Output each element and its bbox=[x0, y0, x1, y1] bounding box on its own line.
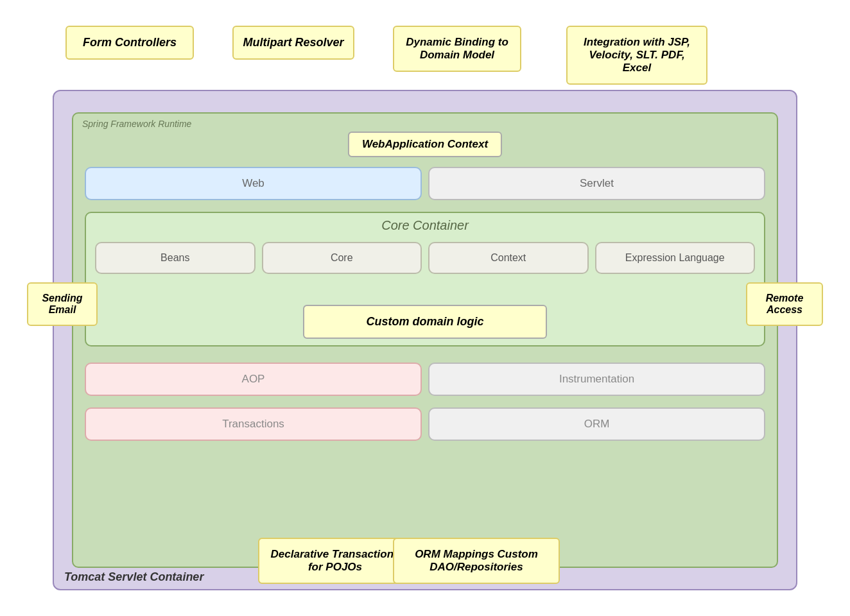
instrumentation-box: Instrumentation bbox=[428, 363, 765, 396]
form-controllers-label: Form Controllers bbox=[83, 36, 177, 49]
tomcat-label: Tomcat Servlet Container bbox=[64, 570, 204, 584]
integration-label: Integration with JSP, Velocity, SLT. PDF… bbox=[584, 36, 690, 74]
remote-access-label: Remote Access bbox=[766, 293, 804, 315]
servlet-box: Servlet bbox=[428, 167, 765, 200]
sending-email-label: Sending Email bbox=[42, 293, 82, 315]
note-remote-access: Remote Access bbox=[746, 282, 823, 326]
note-orm-mappings: ORM Mappings Custom DAO/Repositories bbox=[393, 538, 560, 584]
note-integration: Integration with JSP, Velocity, SLT. PDF… bbox=[566, 26, 707, 85]
aop-box: AOP bbox=[85, 363, 422, 396]
note-dynamic-binding: Dynamic Binding to Domain Model bbox=[393, 26, 521, 72]
note-form-controllers: Form Controllers bbox=[65, 26, 194, 60]
note-multipart-resolver: Multipart Resolver bbox=[232, 26, 354, 60]
web-servlet-row: Web Servlet bbox=[85, 167, 765, 200]
custom-domain-box: Custom domain logic bbox=[303, 305, 547, 339]
note-declarative-tx: Declarative Transactions for POJOs bbox=[258, 538, 412, 584]
orm-box: ORM bbox=[428, 407, 765, 441]
multipart-resolver-label: Multipart Resolver bbox=[243, 36, 343, 49]
aop-instr-row: AOP Instrumentation bbox=[85, 363, 765, 396]
spring-label: Spring Framework Runtime bbox=[82, 119, 191, 129]
diagram-wrapper: Form Controllers Multipart Resolver Dyna… bbox=[14, 13, 836, 603]
beans-box: Beans bbox=[95, 242, 256, 274]
expression-language-box: Expression Language bbox=[595, 242, 756, 274]
context-box: Context bbox=[428, 242, 589, 274]
webapp-context: WebApplication Context bbox=[348, 132, 502, 157]
web-box: Web bbox=[85, 167, 422, 200]
note-sending-email: Sending Email bbox=[27, 282, 98, 326]
core-container-label: Core Container bbox=[86, 218, 764, 233]
core-items-row: Beans Core Context Expression Language bbox=[86, 235, 764, 280]
dynamic-binding-label: Dynamic Binding to Domain Model bbox=[406, 36, 508, 61]
declarative-tx-label: Declarative Transactions for POJOs bbox=[271, 548, 400, 573]
tx-orm-row: Transactions ORM bbox=[85, 407, 765, 441]
core-box: Core bbox=[262, 242, 422, 274]
transactions-box: Transactions bbox=[85, 407, 422, 441]
orm-mappings-label: ORM Mappings Custom DAO/Repositories bbox=[415, 548, 538, 573]
